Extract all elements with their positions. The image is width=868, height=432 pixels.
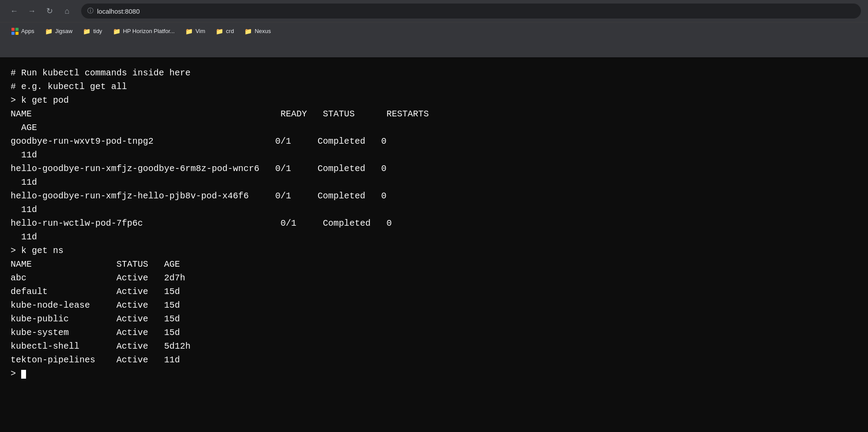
bookmark-hp-label: HP Horizon Platfor... bbox=[123, 28, 175, 34]
browser-chrome: ← → ↻ ⌂ ⓘ localhost:8080 Apps 📁 Jigsaw bbox=[0, 0, 868, 57]
bookmark-tidy-label: tidy bbox=[93, 28, 102, 34]
folder-icon-jigsaw: 📁 bbox=[45, 28, 52, 35]
lock-icon: ⓘ bbox=[87, 7, 94, 15]
folder-icon-vim: 📁 bbox=[185, 28, 193, 35]
bookmark-apps[interactable]: Apps bbox=[7, 26, 39, 37]
folder-icon-nexus: 📁 bbox=[244, 28, 252, 35]
terminal-cursor bbox=[21, 370, 26, 379]
apps-grid-icon bbox=[11, 28, 19, 35]
home-button[interactable]: ⌂ bbox=[60, 4, 74, 18]
back-button[interactable]: ← bbox=[7, 4, 21, 18]
title-bar: ← → ↻ ⌂ ⓘ localhost:8080 bbox=[0, 0, 868, 22]
reload-button[interactable]: ↻ bbox=[42, 4, 56, 18]
folder-icon-crd: 📁 bbox=[216, 28, 223, 35]
terminal[interactable]: # Run kubectl commands inside here # e.g… bbox=[0, 57, 868, 432]
bookmark-nexus[interactable]: 📁 Nexus bbox=[240, 26, 275, 37]
folder-icon-hp: 📁 bbox=[113, 28, 120, 35]
bookmark-tidy[interactable]: 📁 tidy bbox=[79, 26, 106, 37]
bookmark-nexus-label: Nexus bbox=[254, 28, 271, 34]
bookmark-hp-horizon[interactable]: 📁 HP Horizon Platfor... bbox=[108, 26, 180, 37]
address-bar[interactable]: ⓘ localhost:8080 bbox=[81, 4, 861, 19]
bookmark-jigsaw-label: Jigsaw bbox=[55, 28, 73, 34]
nav-buttons: ← → ↻ ⌂ bbox=[7, 4, 74, 18]
url-text: localhost:8080 bbox=[97, 7, 140, 15]
bookmark-apps-label: Apps bbox=[21, 28, 34, 34]
bookmark-vim[interactable]: 📁 Vim bbox=[181, 26, 210, 37]
bookmarks-bar: Apps 📁 Jigsaw 📁 tidy 📁 HP Horizon Platfo… bbox=[0, 22, 868, 40]
bookmark-crd-label: crd bbox=[226, 28, 234, 34]
folder-icon-tidy: 📁 bbox=[83, 28, 90, 35]
bookmark-vim-label: Vim bbox=[195, 28, 205, 34]
terminal-output: # Run kubectl commands inside here # e.g… bbox=[11, 66, 857, 380]
bookmark-jigsaw[interactable]: 📁 Jigsaw bbox=[41, 26, 77, 37]
forward-button[interactable]: → bbox=[25, 4, 39, 18]
bookmark-crd[interactable]: 📁 crd bbox=[211, 26, 238, 37]
